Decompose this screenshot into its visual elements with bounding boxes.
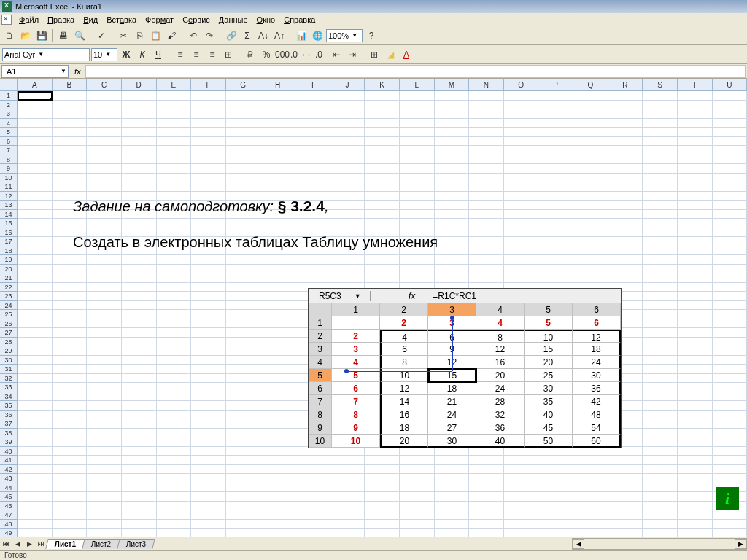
cell[interactable]: [678, 301, 713, 311]
cell[interactable]: [713, 346, 748, 356]
cell[interactable]: [573, 510, 608, 520]
cell[interactable]: [608, 201, 643, 210]
cell[interactable]: [191, 374, 226, 384]
cell[interactable]: [330, 492, 365, 502]
cell[interactable]: [53, 146, 88, 155]
cell[interactable]: [191, 520, 226, 529]
cell[interactable]: [538, 273, 573, 283]
cell[interactable]: [400, 474, 435, 483]
cell[interactable]: [260, 155, 295, 165]
cell[interactable]: [643, 419, 678, 429]
document-icon[interactable]: [1, 15, 12, 25]
cell[interactable]: [53, 346, 88, 356]
cell[interactable]: [191, 447, 226, 456]
cell[interactable]: [608, 128, 643, 137]
cell[interactable]: [678, 419, 713, 429]
cell[interactable]: [18, 182, 53, 192]
cell[interactable]: [18, 91, 53, 101]
cell[interactable]: [191, 456, 226, 465]
cell[interactable]: [678, 474, 713, 483]
cell[interactable]: [260, 356, 295, 365]
cell[interactable]: [435, 492, 470, 502]
cell[interactable]: [122, 419, 157, 429]
format-painter-icon[interactable]: 🖌: [164, 28, 179, 43]
cell[interactable]: [122, 328, 157, 338]
row-header[interactable]: 33: [0, 383, 18, 392]
cell[interactable]: [365, 474, 400, 483]
cell[interactable]: [538, 265, 573, 274]
col-header[interactable]: O: [504, 79, 539, 91]
cell[interactable]: [469, 128, 504, 137]
cell[interactable]: [643, 201, 678, 210]
cell[interactable]: [435, 164, 470, 174]
cell[interactable]: [295, 128, 330, 137]
cell[interactable]: [122, 492, 157, 502]
cell[interactable]: [435, 128, 470, 137]
cell[interactable]: [122, 137, 157, 147]
cell[interactable]: [260, 429, 295, 438]
cell[interactable]: [573, 456, 608, 465]
row-header[interactable]: 9: [0, 164, 18, 174]
cell[interactable]: [191, 283, 226, 292]
cell[interactable]: [87, 438, 122, 447]
cell[interactable]: [538, 119, 573, 128]
cell[interactable]: [53, 492, 88, 502]
row-header[interactable]: 28: [0, 338, 18, 347]
cell[interactable]: [504, 192, 539, 201]
cell[interactable]: [191, 392, 226, 402]
cell[interactable]: [573, 210, 608, 219]
cell[interactable]: [573, 465, 608, 475]
row-header[interactable]: 14: [0, 210, 18, 219]
fx-label[interactable]: fx: [70, 67, 85, 76]
cell[interactable]: [330, 210, 365, 219]
open-icon[interactable]: 📂: [18, 28, 33, 43]
cell[interactable]: [678, 201, 713, 210]
cell[interactable]: [18, 255, 53, 265]
cell[interactable]: [713, 301, 748, 311]
cell[interactable]: [191, 101, 226, 110]
cell[interactable]: [191, 465, 226, 475]
row-header[interactable]: 12: [0, 192, 18, 201]
row-header[interactable]: 22: [0, 283, 18, 292]
cell[interactable]: [157, 401, 192, 411]
cell[interactable]: [53, 510, 88, 520]
cell[interactable]: [573, 101, 608, 110]
cell[interactable]: [330, 219, 365, 228]
cell[interactable]: [538, 465, 573, 475]
cell[interactable]: [53, 520, 88, 529]
cell[interactable]: [191, 146, 226, 155]
cell[interactable]: [260, 292, 295, 301]
cell[interactable]: [122, 283, 157, 292]
cell[interactable]: [643, 510, 678, 520]
row-header[interactable]: 45: [0, 492, 18, 502]
cell[interactable]: [122, 346, 157, 356]
cell[interactable]: [53, 283, 88, 292]
cell[interactable]: [643, 328, 678, 338]
cell[interactable]: [643, 219, 678, 228]
cell[interactable]: [260, 365, 295, 374]
cell[interactable]: [608, 210, 643, 219]
cell[interactable]: [678, 246, 713, 256]
cell[interactable]: [435, 456, 470, 465]
cell[interactable]: [400, 137, 435, 147]
cell[interactable]: [295, 109, 330, 119]
row-header[interactable]: 43: [0, 474, 18, 483]
cell[interactable]: [18, 155, 53, 165]
cell[interactable]: [678, 128, 713, 137]
cell[interactable]: [18, 210, 53, 219]
cell[interactable]: [260, 419, 295, 429]
cell[interactable]: [573, 273, 608, 283]
cell[interactable]: [53, 456, 88, 465]
row-header[interactable]: 8: [0, 155, 18, 165]
cell[interactable]: [678, 374, 713, 384]
cell[interactable]: [87, 109, 122, 119]
cell[interactable]: [295, 137, 330, 147]
chart-icon[interactable]: 📊: [294, 28, 309, 43]
cell[interactable]: [400, 174, 435, 183]
cell[interactable]: [18, 201, 53, 210]
col-header[interactable]: L: [400, 79, 435, 91]
cell[interactable]: [157, 319, 192, 329]
cell[interactable]: [504, 273, 539, 283]
cell[interactable]: [191, 346, 226, 356]
cell[interactable]: [191, 301, 226, 311]
